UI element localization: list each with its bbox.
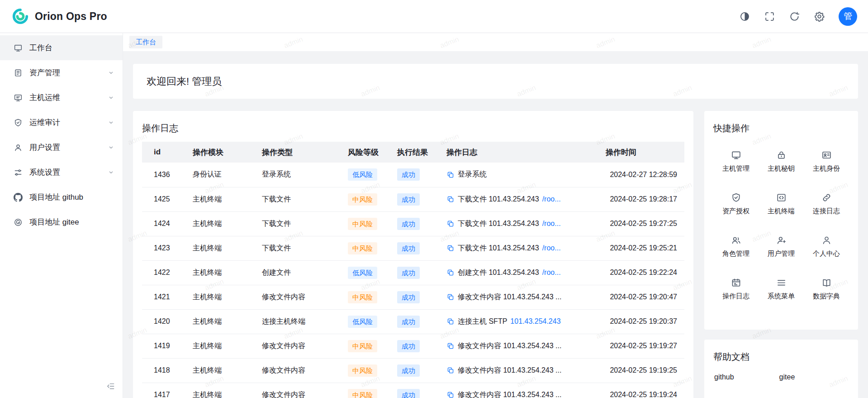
result-badge: 成功 xyxy=(397,242,420,254)
sidebar-item-ops-audit[interactable]: 运维审计 xyxy=(0,110,123,135)
sidebar-item-label: 主机运维 xyxy=(29,92,101,103)
sidebar-item-assets[interactable]: 资产管理 xyxy=(0,60,123,85)
quick-actions-card: 快捷操作 主机管理主机秘钥主机身份资产授权主机终端连接日志角色管理用户管理个人中… xyxy=(704,111,858,330)
quick-action-op-logs[interactable]: 操作日志 xyxy=(713,268,759,310)
workbench-icon xyxy=(14,43,23,53)
gitee-icon xyxy=(14,218,23,227)
risk-badge: 中风险 xyxy=(348,242,377,254)
quick-action-host-mgmt[interactable]: 主机管理 xyxy=(713,140,759,182)
result-badge: 成功 xyxy=(397,389,420,398)
table-row: 1418主机终端修改文件内容中风险成功修改文件内容 101.43.254.243… xyxy=(142,358,684,383)
cell-module: 主机终端 xyxy=(185,309,255,334)
copy-icon[interactable] xyxy=(446,391,455,398)
terminal-icon xyxy=(776,192,787,203)
column-header: 风险等级 xyxy=(341,142,390,163)
sidebar-item-label: 工作台 xyxy=(29,43,114,53)
sidebar-item-github[interactable]: 项目地址 github xyxy=(0,185,123,210)
asset-icon xyxy=(14,68,23,77)
quick-action-asset-grant[interactable]: 资产授权 xyxy=(713,182,759,225)
sidebar-item-system-settings[interactable]: 系统设置 xyxy=(0,160,123,185)
chevron-down-icon xyxy=(108,119,114,126)
cell-id: 1423 xyxy=(142,236,185,260)
table-row: 1421主机终端修改文件内容中风险成功修改文件内容 101.43.254.243… xyxy=(142,285,684,309)
help-link-gitee[interactable]: gitee xyxy=(779,373,795,381)
copy-icon[interactable] xyxy=(446,317,455,326)
quick-action-host-terminal[interactable]: 主机终端 xyxy=(759,182,804,225)
quick-action-host-keys[interactable]: 主机秘钥 xyxy=(759,140,804,182)
quick-action-data-dict[interactable]: 数据字典 xyxy=(804,268,849,310)
shield-icon xyxy=(731,192,741,203)
book-icon xyxy=(821,278,832,288)
copy-icon[interactable] xyxy=(446,269,455,277)
cell-log: 下载文件 101.43.254.243 /roo... xyxy=(439,187,598,211)
sidebar-collapse-icon[interactable] xyxy=(106,382,115,391)
log-link[interactable]: /roo... xyxy=(542,269,561,277)
help-link-github[interactable]: github xyxy=(714,373,734,381)
theme-toggle-icon[interactable] xyxy=(739,11,750,22)
log-link[interactable]: 101.43.254.243 xyxy=(510,317,560,326)
cell-id: 1417 xyxy=(142,383,185,398)
sidebar-item-label: 项目地址 github xyxy=(29,192,114,202)
log-link[interactable]: /roo... xyxy=(542,220,561,228)
quick-action-host-identity[interactable]: 主机身份 xyxy=(804,140,849,182)
cell-module: 主机终端 xyxy=(185,334,255,358)
cell-module: 主机终端 xyxy=(185,358,255,383)
log-text: 下载文件 101.43.254.243 xyxy=(458,219,539,229)
copy-icon[interactable] xyxy=(446,244,455,252)
cell-log: 创建文件 101.43.254.243 /roo... xyxy=(439,260,598,285)
logo[interactable]: Orion Ops Pro xyxy=(12,8,107,25)
quick-action-sys-menu[interactable]: 系统菜单 xyxy=(759,268,804,310)
table-row: 1424主机终端下载文件中风险成功下载文件 101.43.254.243 /ro… xyxy=(142,211,684,236)
log-text: 下载文件 101.43.254.243 xyxy=(458,244,539,253)
column-header: id xyxy=(142,142,185,163)
result-badge: 成功 xyxy=(397,193,420,206)
settings-gear-icon[interactable] xyxy=(814,11,825,22)
quick-action-label: 用户管理 xyxy=(768,249,795,258)
copy-icon[interactable] xyxy=(446,171,455,179)
help-links: githubgitee xyxy=(713,373,849,381)
quick-action-profile[interactable]: 个人中心 xyxy=(804,225,849,268)
sidebar-item-host-ops[interactable]: 主机运维 xyxy=(0,85,123,110)
cell-type: 连接主机终端 xyxy=(255,309,341,334)
log-table-body: 1436身份认证登录系统低风险成功登录系统2024-02-27 12:28:59… xyxy=(142,163,684,398)
copy-icon[interactable] xyxy=(446,195,455,203)
cell-id: 1425 xyxy=(142,187,185,211)
quick-action-connect-logs[interactable]: 连接日志 xyxy=(804,182,849,225)
idcard-icon xyxy=(821,150,832,160)
sidebar-item-label: 用户设置 xyxy=(29,142,101,153)
cell-risk: 中风险 xyxy=(341,285,390,309)
sidebar-item-gitee[interactable]: 项目地址 gitee xyxy=(0,210,123,235)
sidebar-item-label: 系统设置 xyxy=(29,167,101,177)
refresh-icon[interactable] xyxy=(789,11,800,22)
cell-risk: 中风险 xyxy=(341,334,390,358)
user-avatar[interactable]: 管 xyxy=(839,7,857,26)
copy-icon[interactable] xyxy=(446,366,455,374)
risk-badge: 低风险 xyxy=(348,316,377,328)
cell-module: 主机终端 xyxy=(185,285,255,309)
cell-result: 成功 xyxy=(390,309,439,334)
cell-risk: 低风险 xyxy=(341,163,390,187)
cell-log: 下载文件 101.43.254.243 /roo... xyxy=(439,211,598,236)
cell-type: 修改文件内容 xyxy=(255,334,341,358)
log-link[interactable]: /roo... xyxy=(542,244,561,252)
quick-action-user-mgmt[interactable]: 用户管理 xyxy=(759,225,804,268)
table-row: 1417主机终端修改文件内容中风险成功修改文件内容 101.43.254.243… xyxy=(142,383,684,398)
team-icon xyxy=(731,235,741,245)
cell-risk: 低风险 xyxy=(341,260,390,285)
sidebar-item-user-settings[interactable]: 用户设置 xyxy=(0,135,123,160)
cell-module: 主机终端 xyxy=(185,236,255,260)
fullscreen-icon[interactable] xyxy=(764,11,775,22)
copy-icon[interactable] xyxy=(446,342,455,350)
cell-time: 2024-02-25 19:22:24 xyxy=(598,260,684,285)
quick-action-label: 主机身份 xyxy=(813,164,840,173)
sidebar-item-workbench[interactable]: 工作台 xyxy=(0,35,123,60)
column-header: 操作时间 xyxy=(598,142,684,163)
tab-workbench[interactable]: 工作台 xyxy=(129,36,162,48)
sidebar-item-label: 运维审计 xyxy=(29,117,101,128)
copy-icon[interactable] xyxy=(446,293,455,301)
cell-module: 主机终端 xyxy=(185,383,255,398)
copy-icon[interactable] xyxy=(446,220,455,228)
log-link[interactable]: /roo... xyxy=(542,195,561,203)
quick-action-role-mgmt[interactable]: 角色管理 xyxy=(713,225,759,268)
cell-log: 修改文件内容 101.43.254.243 ... xyxy=(439,285,598,309)
